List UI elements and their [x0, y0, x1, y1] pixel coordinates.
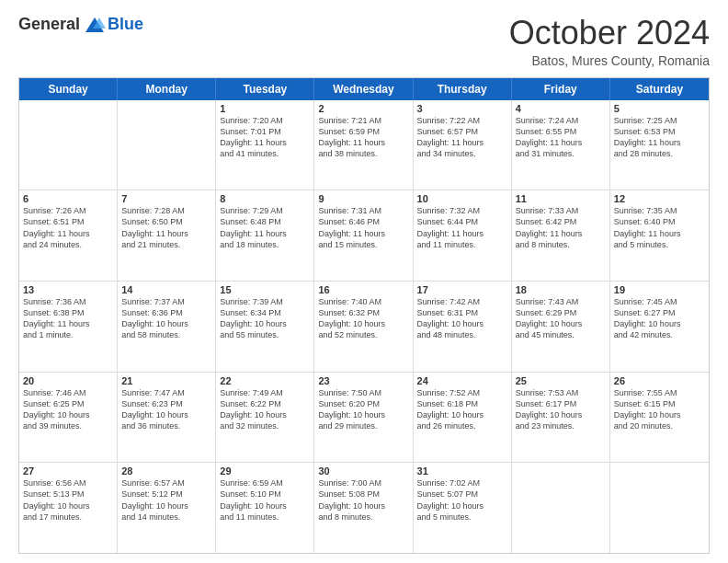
logo-icon [84, 16, 106, 34]
calendar-cell: 29Sunrise: 6:59 AMSunset: 5:10 PMDayligh… [216, 463, 314, 553]
cell-info: Sunrise: 7:47 AMSunset: 6:23 PMDaylight:… [121, 387, 211, 432]
day-number: 19 [614, 284, 705, 295]
calendar-cell: 4Sunrise: 7:24 AMSunset: 6:55 PMDaylight… [512, 100, 610, 190]
cell-info: Sunrise: 7:37 AMSunset: 6:36 PMDaylight:… [121, 296, 211, 341]
cell-info: Sunrise: 6:56 AMSunset: 5:13 PMDaylight:… [23, 477, 113, 523]
day-number: 21 [121, 375, 211, 386]
day-number: 25 [516, 375, 606, 386]
day-number: 15 [220, 284, 310, 295]
day-number: 7 [121, 193, 211, 204]
logo-general-text: General [18, 15, 80, 34]
cell-info: Sunrise: 7:39 AMSunset: 6:34 PMDaylight:… [220, 296, 310, 341]
cell-info: Sunrise: 7:21 AMSunset: 6:59 PMDaylight:… [318, 115, 408, 160]
calendar: SundayMondayTuesdayWednesdayThursdayFrid… [18, 77, 710, 554]
cell-info: Sunrise: 7:36 AMSunset: 6:38 PMDaylight:… [23, 296, 113, 341]
weekday-header-sunday: Sunday [19, 78, 118, 100]
calendar-cell: 10Sunrise: 7:32 AMSunset: 6:44 PMDayligh… [414, 190, 512, 281]
calendar-week-2: 6Sunrise: 7:26 AMSunset: 6:51 PMDaylight… [19, 190, 709, 282]
calendar-cell: 11Sunrise: 7:33 AMSunset: 6:42 PMDayligh… [512, 190, 610, 281]
day-number: 20 [23, 375, 113, 386]
calendar-cell: 18Sunrise: 7:43 AMSunset: 6:29 PMDayligh… [512, 282, 610, 372]
calendar-week-5: 27Sunrise: 6:56 AMSunset: 5:13 PMDayligh… [19, 463, 709, 553]
cell-info: Sunrise: 7:45 AMSunset: 6:27 PMDaylight:… [614, 296, 705, 341]
cell-info: Sunrise: 7:25 AMSunset: 6:53 PMDaylight:… [614, 115, 705, 160]
calendar-cell: 25Sunrise: 7:53 AMSunset: 6:17 PMDayligh… [512, 373, 610, 463]
logo-area: General Blue [18, 15, 143, 34]
calendar-cell: 22Sunrise: 7:49 AMSunset: 6:22 PMDayligh… [216, 373, 314, 463]
logo-blue-text: Blue [108, 15, 143, 34]
day-number: 11 [516, 193, 606, 204]
cell-info: Sunrise: 7:43 AMSunset: 6:29 PMDaylight:… [516, 296, 606, 341]
day-number: 5 [614, 103, 705, 114]
day-number: 2 [318, 103, 408, 114]
cell-info: Sunrise: 6:57 AMSunset: 5:12 PMDaylight:… [121, 477, 211, 523]
day-number: 8 [220, 193, 310, 204]
weekday-header-monday: Monday [118, 78, 216, 100]
weekday-header-saturday: Saturday [610, 78, 709, 100]
calendar-cell: 20Sunrise: 7:46 AMSunset: 6:25 PMDayligh… [19, 373, 118, 463]
cell-info: Sunrise: 7:20 AMSunset: 7:01 PMDaylight:… [220, 115, 310, 160]
calendar-cell: 17Sunrise: 7:42 AMSunset: 6:31 PMDayligh… [414, 282, 512, 372]
calendar-cell: 14Sunrise: 7:37 AMSunset: 6:36 PMDayligh… [118, 282, 216, 372]
day-number: 18 [516, 284, 606, 295]
calendar-cell: 2Sunrise: 7:21 AMSunset: 6:59 PMDaylight… [314, 100, 413, 190]
month-title: October 2024 [509, 15, 710, 52]
day-number: 9 [318, 193, 408, 204]
weekday-header-friday: Friday [512, 78, 610, 100]
cell-info: Sunrise: 7:29 AMSunset: 6:48 PMDaylight:… [220, 205, 310, 250]
day-number: 1 [220, 103, 310, 114]
calendar-cell: 27Sunrise: 6:56 AMSunset: 5:13 PMDayligh… [19, 463, 118, 553]
calendar-cell: 8Sunrise: 7:29 AMSunset: 6:48 PMDaylight… [216, 190, 314, 281]
day-number: 10 [417, 193, 507, 204]
calendar-cell: 21Sunrise: 7:47 AMSunset: 6:23 PMDayligh… [118, 373, 216, 463]
cell-info: Sunrise: 7:49 AMSunset: 6:22 PMDaylight:… [220, 387, 310, 432]
day-number: 13 [23, 284, 113, 295]
calendar-cell [512, 463, 610, 553]
day-number: 23 [318, 375, 408, 386]
day-number: 26 [614, 375, 705, 386]
calendar-cell: 5Sunrise: 7:25 AMSunset: 6:53 PMDaylight… [610, 100, 709, 190]
cell-info: Sunrise: 7:22 AMSunset: 6:57 PMDaylight:… [417, 115, 507, 160]
calendar-cell: 9Sunrise: 7:31 AMSunset: 6:46 PMDaylight… [314, 190, 413, 281]
calendar-header: SundayMondayTuesdayWednesdayThursdayFrid… [19, 78, 709, 100]
calendar-week-4: 20Sunrise: 7:46 AMSunset: 6:25 PMDayligh… [19, 373, 709, 464]
calendar-body: 1Sunrise: 7:20 AMSunset: 7:01 PMDaylight… [19, 100, 709, 553]
day-number: 30 [318, 465, 408, 477]
title-area: October 2024 Batos, Mures County, Romani… [509, 15, 710, 68]
cell-info: Sunrise: 7:55 AMSunset: 6:15 PMDaylight:… [614, 387, 705, 432]
day-number: 29 [220, 465, 310, 477]
day-number: 3 [417, 103, 507, 114]
calendar-cell: 6Sunrise: 7:26 AMSunset: 6:51 PMDaylight… [19, 190, 118, 281]
calendar-cell: 28Sunrise: 6:57 AMSunset: 5:12 PMDayligh… [118, 463, 216, 553]
calendar-cell: 16Sunrise: 7:40 AMSunset: 6:32 PMDayligh… [314, 282, 413, 372]
cell-info: Sunrise: 7:31 AMSunset: 6:46 PMDaylight:… [318, 205, 408, 250]
calendar-cell: 23Sunrise: 7:50 AMSunset: 6:20 PMDayligh… [314, 373, 413, 463]
location-title: Batos, Mures County, Romania [509, 53, 710, 68]
cell-info: Sunrise: 7:33 AMSunset: 6:42 PMDaylight:… [516, 205, 606, 250]
calendar-cell: 30Sunrise: 7:00 AMSunset: 5:08 PMDayligh… [314, 463, 413, 553]
header: General Blue October 2024 Batos, Mures C… [18, 15, 710, 68]
cell-info: Sunrise: 7:46 AMSunset: 6:25 PMDaylight:… [23, 387, 113, 432]
day-number: 17 [417, 284, 507, 295]
calendar-cell: 12Sunrise: 7:35 AMSunset: 6:40 PMDayligh… [610, 190, 709, 281]
day-number: 4 [516, 103, 606, 114]
weekday-header-tuesday: Tuesday [216, 78, 314, 100]
day-number: 12 [614, 193, 705, 204]
calendar-cell [118, 100, 216, 190]
logo: General Blue [18, 15, 143, 34]
cell-info: Sunrise: 7:53 AMSunset: 6:17 PMDaylight:… [516, 387, 606, 432]
calendar-cell: 19Sunrise: 7:45 AMSunset: 6:27 PMDayligh… [610, 282, 709, 372]
cell-info: Sunrise: 7:26 AMSunset: 6:51 PMDaylight:… [23, 205, 113, 250]
day-number: 22 [220, 375, 310, 386]
day-number: 31 [417, 465, 507, 477]
day-number: 24 [417, 375, 507, 386]
weekday-header-thursday: Thursday [414, 78, 512, 100]
cell-info: Sunrise: 7:50 AMSunset: 6:20 PMDaylight:… [318, 387, 408, 432]
day-number: 6 [23, 193, 113, 204]
weekday-header-wednesday: Wednesday [314, 78, 413, 100]
calendar-cell: 15Sunrise: 7:39 AMSunset: 6:34 PMDayligh… [216, 282, 314, 372]
calendar-cell: 1Sunrise: 7:20 AMSunset: 7:01 PMDaylight… [216, 100, 314, 190]
calendar-week-3: 13Sunrise: 7:36 AMSunset: 6:38 PMDayligh… [19, 282, 709, 373]
cell-info: Sunrise: 6:59 AMSunset: 5:10 PMDaylight:… [220, 477, 310, 523]
cell-info: Sunrise: 7:40 AMSunset: 6:32 PMDaylight:… [318, 296, 408, 341]
